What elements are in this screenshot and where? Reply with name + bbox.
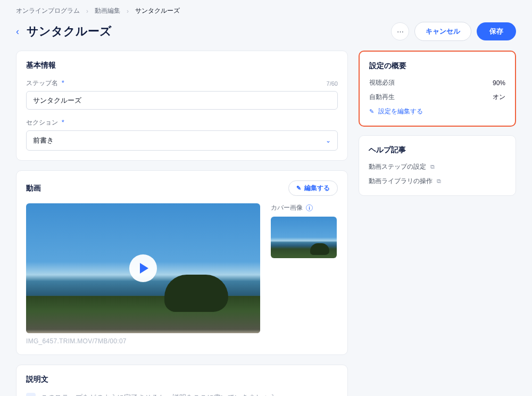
edit-settings-label: 設定を編集する — [378, 107, 423, 116]
info-icon[interactable]: i — [306, 204, 313, 211]
external-link-icon: ⧉ — [430, 163, 435, 170]
help-link-label: 動画ライブラリの操作 — [369, 177, 433, 186]
external-link-icon: ⧉ — [437, 178, 441, 185]
step-name-label: ステップ名 — [26, 79, 58, 87]
plus-icon: + — [26, 393, 36, 396]
help-link-video-library[interactable]: 動画ライブラリの操作 ⧉ — [369, 177, 506, 186]
required-icon: * — [62, 79, 64, 87]
settings-summary-card: 設定の概要 視聴必須 90% 自動再生 オン ✎ 設定を編集する — [359, 51, 516, 127]
chevron-right-icon: › — [127, 7, 129, 15]
basic-info-card: 基本情報 ステップ名 * 7/60 セクション — [16, 51, 348, 161]
help-title: ヘルプ記事 — [369, 145, 506, 155]
required-viewing-label: 視聴必須 — [369, 78, 395, 87]
back-icon[interactable]: ‹ — [16, 26, 19, 37]
section-select-value: 前書き — [33, 136, 54, 145]
pencil-icon: ✎ — [296, 185, 301, 192]
breadcrumb-root[interactable]: オンラインプログラム — [16, 6, 80, 15]
more-menu-button[interactable]: ⋯ — [391, 22, 409, 40]
play-button[interactable] — [129, 254, 157, 282]
autoplay-value: オン — [493, 93, 505, 102]
video-edit-button[interactable]: ✎ 編集する — [288, 180, 338, 196]
basic-info-title: 基本情報 — [26, 61, 338, 70]
cancel-button[interactable]: キャンセル — [414, 22, 471, 41]
cover-image-label: カバー画像 — [271, 203, 303, 212]
description-title: 説明文 — [26, 375, 338, 384]
autoplay-label: 自動再生 — [369, 93, 395, 102]
step-name-counter: 7/60 — [327, 80, 338, 87]
play-icon — [140, 263, 148, 274]
page-title: サンタクルーズ — [27, 23, 112, 39]
video-card: 動画 ✎ 編集する — [16, 170, 348, 355]
description-card: 説明文 + このステップをどのように完了させるか、説明をここに書いていきましょう — [16, 365, 348, 396]
pencil-icon: ✎ — [369, 108, 374, 115]
help-articles-card: ヘルプ記事 動画ステップの設定 ⧉ 動画ライブラリの操作 ⧉ — [359, 135, 516, 196]
chevron-down-icon: ⌄ — [326, 137, 331, 144]
video-card-title: 動画 — [26, 184, 41, 193]
step-name-input[interactable] — [26, 91, 338, 110]
required-viewing-value: 90% — [493, 79, 505, 87]
required-icon: * — [62, 118, 64, 126]
ellipsis-icon: ⋯ — [397, 28, 404, 36]
edit-settings-link[interactable]: ✎ 設定を編集する — [369, 107, 505, 116]
chevron-right-icon: › — [86, 7, 88, 15]
description-placeholder: このステップをどのように完了させるか、説明をここに書いていきましょう — [41, 393, 276, 396]
breadcrumb-current: サンタクルーズ — [135, 6, 180, 15]
video-preview[interactable] — [26, 203, 260, 333]
section-label: セクション — [26, 119, 58, 126]
description-editor[interactable]: + このステップをどのように完了させるか、説明をここに書いていきましょう — [26, 393, 338, 396]
video-edit-label: 編集する — [304, 184, 330, 193]
save-button[interactable]: 保存 — [477, 22, 516, 40]
help-link-video-step[interactable]: 動画ステップの設定 ⧉ — [369, 162, 506, 171]
cover-thumbnail[interactable] — [271, 217, 337, 258]
settings-summary-title: 設定の概要 — [369, 61, 505, 71]
breadcrumb-mid[interactable]: 動画編集 — [95, 6, 120, 15]
section-select[interactable]: 前書き ⌄ — [26, 130, 338, 151]
help-link-label: 動画ステップの設定 — [369, 162, 426, 171]
breadcrumb: オンラインプログラム › 動画編集 › サンタクルーズ — [16, 6, 516, 15]
video-meta: IMG_6457.TRIM.MOV/7MB/00:07 — [26, 337, 260, 345]
